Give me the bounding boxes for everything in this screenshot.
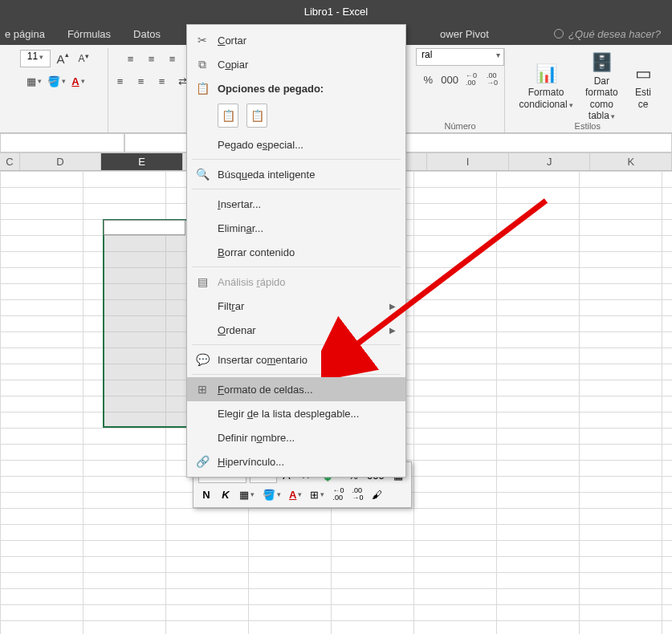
app-title: Libro1 - Excel (304, 6, 368, 18)
menu-insert[interactable]: Insertar... (187, 192, 405, 216)
styles-group: 📊 Formatocondicional▾ 🗄️ Dar formatocomo… (508, 48, 667, 132)
paste-option-2[interactable]: 📋 (246, 104, 267, 128)
col-header-d[interactable]: D (20, 153, 102, 170)
menu-dropdown-list[interactable]: Elegir de la lista desplegable... (187, 401, 405, 425)
decrease-font-button[interactable]: A▾ (75, 50, 92, 67)
mini-decrease-decimal[interactable]: .00→0 (349, 486, 365, 502)
menu-format-cells[interactable]: ⊞ Formato de celdas... (187, 377, 405, 401)
separator (192, 266, 401, 267)
font-group: 11▾ A▴ A▾ ▦▾ 🪣▾ A▾ (5, 48, 108, 132)
menu-quick-analysis: ▤ Análisis rápido (187, 270, 405, 294)
tab-power-pivot[interactable]: ower Pivot (440, 28, 489, 40)
paste-icon: 📋 (195, 82, 210, 95)
align-top-button[interactable]: ≡ (122, 50, 140, 67)
menu-hyperlink[interactable]: 🔗 Hipervínculo... (187, 449, 405, 473)
paste-option-1[interactable]: 📋 (218, 104, 238, 128)
fill-color-button[interactable]: 🪣▾ (47, 72, 67, 90)
mini-increase-decimal[interactable]: ←0.00 (330, 486, 346, 502)
number-group: ral % 000 ←0.00 .00→0 Número (417, 48, 505, 132)
menu-smart-lookup[interactable]: 🔍 Búsqueda inteligente (187, 162, 405, 186)
font-size-input[interactable]: 11▾ (20, 50, 51, 67)
name-box[interactable] (0, 133, 124, 152)
col-header-j[interactable]: J (509, 153, 591, 170)
border-button[interactable]: ▦▾ (26, 72, 43, 90)
col-header-k[interactable]: K (590, 153, 672, 170)
comment-icon: 💬 (195, 353, 210, 366)
col-header-e[interactable]: E (101, 153, 183, 170)
col-header-partial[interactable]: C (0, 153, 20, 170)
menu-copy[interactable]: ⧉ Copiar (187, 52, 405, 76)
cell-styles-button[interactable]: ▭ Estice (627, 59, 659, 112)
submenu-arrow-icon: ▶ (389, 302, 396, 311)
mini-font-color[interactable]: A▾ (287, 486, 304, 502)
link-icon: 🔗 (195, 455, 210, 468)
menu-define-name[interactable]: Definir nombre... (187, 425, 405, 449)
bulb-icon (554, 29, 564, 39)
submenu-arrow-icon: ▶ (389, 326, 396, 335)
mini-format-painter[interactable]: 🖌 (369, 486, 385, 502)
active-cell[interactable] (104, 220, 185, 235)
number-group-label: Número (417, 121, 504, 131)
font-color-button[interactable]: A▾ (70, 72, 88, 90)
mini-borders-menu[interactable]: ⊞▾ (307, 486, 327, 502)
menu-filter[interactable]: Filtrar ▶ (187, 294, 405, 318)
separator (192, 159, 401, 160)
menu-sort[interactable]: Ordenar ▶ (187, 318, 405, 342)
menu-paste-options-header: 📋 Opciones de pegado: (187, 76, 405, 100)
menu-paste-special[interactable]: Pegado especial... (187, 132, 405, 156)
tell-me-box[interactable]: ¿Qué desea hacer? (554, 28, 672, 40)
col-header-i[interactable]: I (427, 153, 509, 170)
mini-border[interactable]: ▦▾ (237, 486, 257, 502)
align-bottom-button[interactable]: ≡ (164, 50, 181, 67)
title-bar: Libro1 - Excel (0, 0, 672, 22)
tell-me-placeholder: ¿Qué desea hacer? (568, 28, 661, 40)
tab-data[interactable]: Datos (133, 28, 161, 40)
menu-clear-contents[interactable]: Borrar contenido (187, 240, 405, 264)
format-as-table-button[interactable]: 🗄️ Dar formatocomo tabla▾ (580, 48, 624, 124)
quick-analysis-icon: ▤ (195, 275, 210, 288)
increase-decimal-button[interactable]: ←0.00 (462, 71, 480, 88)
align-middle-button[interactable]: ≡ (143, 50, 161, 67)
mini-bold[interactable]: N (198, 486, 214, 502)
styles-icon: ▭ (630, 61, 656, 87)
alignment-group: ≡ ≡ ≡ ≡ ≡ ≡ ⇄ (112, 48, 192, 132)
increase-font-button[interactable]: A▴ (54, 50, 71, 67)
decrease-decimal-button[interactable]: .00→0 (483, 71, 501, 88)
menu-delete[interactable]: Eliminar... (187, 216, 405, 240)
paste-options-row: 📋 📋 (187, 100, 405, 132)
table-icon: 🗄️ (589, 50, 614, 75)
tab-formulas[interactable]: Fórmulas (67, 28, 111, 40)
number-format-select[interactable]: ral (416, 48, 504, 66)
search-icon: 🔍 (195, 168, 210, 181)
conditional-format-icon: 📊 (533, 61, 559, 87)
copy-icon: ⧉ (195, 58, 210, 71)
comma-style-button[interactable]: 000 (440, 71, 459, 88)
separator (192, 374, 401, 375)
styles-group-label: Estilos (508, 121, 667, 131)
menu-cut[interactable]: ✂ Cortar (187, 28, 405, 52)
context-menu: ✂ Cortar ⧉ Copiar 📋 Opciones de pegado: … (186, 24, 406, 478)
align-center-button[interactable]: ≡ (132, 72, 150, 90)
align-right-button[interactable]: ≡ (153, 72, 171, 90)
format-cells-icon: ⊞ (195, 383, 210, 396)
mini-fill-color[interactable]: 🪣▾ (260, 486, 283, 502)
cut-icon: ✂ (195, 34, 210, 47)
menu-insert-comment[interactable]: 💬 Insertar comentario (187, 347, 405, 372)
conditional-format-button[interactable]: 📊 Formatocondicional▾ (516, 59, 576, 112)
percent-style-button[interactable]: % (419, 71, 437, 88)
mini-italic[interactable]: K (218, 486, 234, 502)
tab-page-layout[interactable]: e página (5, 28, 45, 40)
separator (192, 344, 401, 345)
separator (192, 189, 401, 189)
align-left-button[interactable]: ≡ (112, 72, 129, 90)
